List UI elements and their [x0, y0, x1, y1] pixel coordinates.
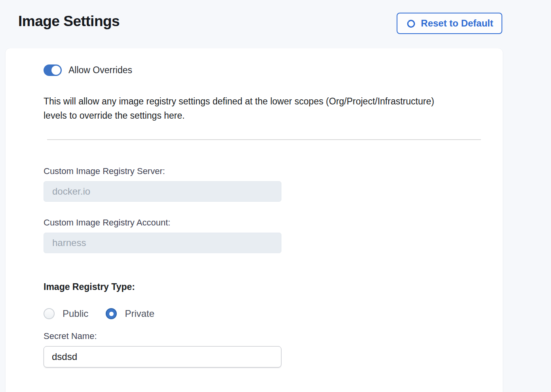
toggle-knob-icon [51, 66, 61, 75]
server-input[interactable] [44, 181, 281, 202]
radio-option-public[interactable]: Public [44, 308, 88, 319]
section-divider [47, 139, 481, 140]
description-line: This will allow any image registry setti… [44, 94, 503, 108]
radio-option-private[interactable]: Private [106, 308, 154, 319]
allow-overrides-toggle[interactable] [44, 64, 62, 76]
server-field-label: Custom Image Registry Server: [44, 166, 503, 176]
radio-public-label: Public [63, 308, 88, 319]
page-title: Image Settings [18, 13, 120, 30]
description-line: levels to override the settings here. [44, 108, 503, 123]
radio-selected-icon [106, 308, 117, 319]
registry-type-options: Public Private [44, 308, 503, 319]
allow-overrides-label: Allow Overrides [68, 65, 132, 76]
secret-field-label: Secret Name: [44, 331, 503, 341]
overrides-description: This will allow any image registry setti… [44, 94, 503, 123]
image-settings-card: Allow Overrides This will allow any imag… [6, 48, 503, 392]
reset-icon [406, 18, 416, 29]
radio-unselected-icon [44, 308, 55, 319]
registry-type-label: Image Registry Type: [44, 282, 503, 292]
reset-to-default-button[interactable]: Reset to Default [397, 13, 502, 34]
secret-input[interactable] [44, 346, 281, 367]
radio-private-label: Private [125, 308, 154, 319]
reset-button-label: Reset to Default [421, 18, 493, 29]
account-field-label: Custom Image Registry Account: [44, 218, 503, 228]
account-input[interactable] [44, 233, 281, 253]
allow-overrides-row: Allow Overrides [44, 64, 503, 76]
